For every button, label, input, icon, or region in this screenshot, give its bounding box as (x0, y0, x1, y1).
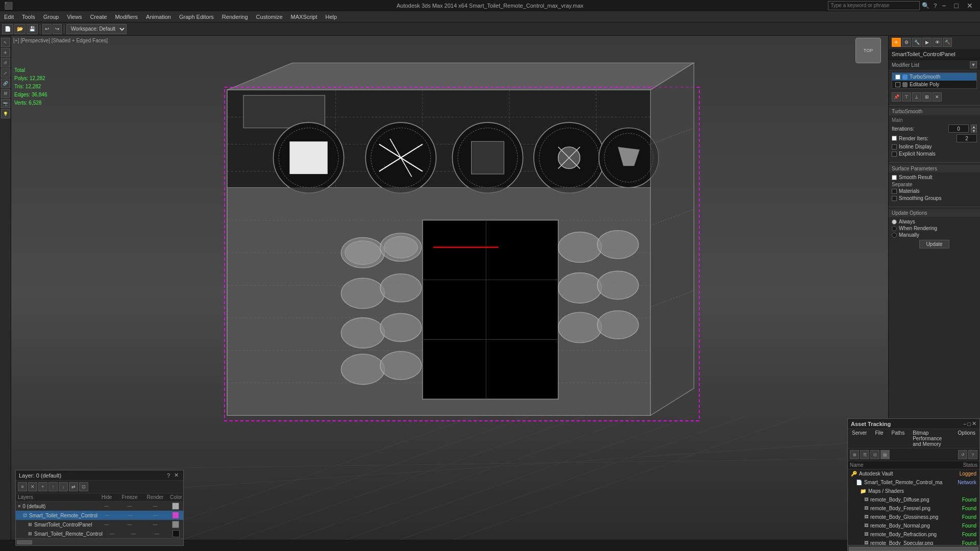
minimize-button[interactable]: − (939, 0, 949, 11)
rp-icon-modify[interactable]: ⚙ (902, 38, 911, 47)
menu-item-animation[interactable]: Animation (142, 11, 175, 22)
when-rendering-radio[interactable]: When Rendering (892, 226, 977, 231)
workspace-dropdown[interactable]: Workspace: Default (66, 24, 127, 34)
layer-render-smart-toilet-2[interactable]: — (145, 531, 169, 536)
asset-row-normal[interactable]: 🖼 remote_Body_Normal.png Found (848, 521, 979, 530)
make-unique-btn[interactable]: ⊞ (922, 92, 932, 102)
explicit-checkbox[interactable] (892, 152, 897, 157)
iterations-up[interactable]: ▲ (971, 124, 977, 129)
asset-row-specular[interactable]: 🖼 remote_Body_Specular.png Found (848, 539, 979, 545)
asset-menu-options[interactable]: Options (954, 429, 979, 448)
layers-help-btn[interactable]: ? (165, 472, 172, 479)
lt-select[interactable]: ↖ (1, 38, 10, 47)
close-button[interactable]: ✕ (964, 0, 976, 11)
lt-rotate[interactable]: ↺ (1, 58, 10, 67)
always-radio[interactable]: Always (892, 219, 977, 224)
search-input[interactable] (828, 1, 920, 10)
layers-tb-btn-3[interactable]: + (38, 482, 47, 491)
layers-tb-btn-6[interactable]: ⇄ (69, 482, 78, 491)
asset-row-diffuse[interactable]: 🖼 remote_Body_Diffuse.png Found (848, 495, 979, 504)
menu-item-graph-editors[interactable]: Graph Editors (175, 11, 218, 22)
menu-item-tools[interactable]: Tools (18, 11, 39, 22)
asset-tb-btn-2[interactable]: ☰ (860, 450, 869, 459)
menu-item-rendering[interactable]: Rendering (218, 11, 252, 22)
layer-row-smart-toilet[interactable]: ⊡ Smart_Toilet_Remote_Control — — — (16, 511, 183, 520)
layers-tb-btn-2[interactable]: ✕ (28, 482, 37, 491)
menu-item-customize[interactable]: Customize (252, 11, 287, 22)
layer-render-default[interactable]: — (142, 504, 168, 509)
asset-tb-btn-help[interactable]: ? (968, 450, 977, 459)
layer-hide-default[interactable]: — (96, 504, 117, 509)
asset-row-glossiness[interactable]: 🖼 remote_Body_Glossiness.png Found (848, 513, 979, 521)
layer-row-control-panel[interactable]: ⊞ SmartToilet_ControlPanel — — — (16, 520, 183, 529)
layers-tb-btn-4[interactable]: ↑ (48, 482, 58, 491)
search-icon[interactable]: 🔍 (922, 2, 929, 9)
asset-tb-btn-1[interactable]: ⊞ (850, 450, 859, 459)
layer-color-smart-toilet[interactable] (168, 512, 183, 519)
rp-icon-display[interactable]: 👁 (933, 38, 942, 47)
modifier-turbosmooth-checkbox[interactable] (895, 74, 900, 80)
help-icon[interactable]: ? (934, 3, 937, 9)
layers-tb-btn-5[interactable]: ↓ (59, 482, 68, 491)
lt-link[interactable]: 🔗 (1, 79, 10, 88)
asset-menu-file[interactable]: File (871, 429, 887, 448)
iterations-down[interactable]: ▼ (971, 129, 977, 133)
layer-hide-smart-toilet-2[interactable]: — (103, 531, 121, 536)
toolbar-redo[interactable]: ↪ (53, 24, 62, 34)
layers-close-btn[interactable]: ✕ (173, 472, 180, 479)
manually-radio[interactable]: Manually (892, 232, 977, 238)
rp-icon-motion[interactable]: ▶ (922, 38, 932, 47)
pin-stack-btn[interactable]: 📌 (892, 92, 901, 102)
update-options-title[interactable]: Update Options (889, 209, 980, 217)
asset-panel-scrollbar-h[interactable] (848, 545, 979, 551)
layer-row-default[interactable]: ≡ 0 (default) — — — (16, 502, 183, 511)
layer-render-smart-toilet[interactable]: — (143, 513, 168, 518)
lt-unlink[interactable]: ⛓ (1, 89, 10, 98)
asset-panel-restore[interactable]: □ (967, 420, 971, 427)
toolbar-open[interactable]: 📂 (14, 24, 26, 34)
layer-render-control-panel[interactable]: — (142, 522, 168, 527)
toolbar-save[interactable]: 💾 (27, 24, 38, 34)
layer-color-default[interactable] (168, 503, 183, 510)
menu-item-create[interactable]: Create (86, 11, 111, 22)
layers-tb-btn-7[interactable]: ⊡ (79, 482, 88, 491)
layer-freeze-default[interactable]: — (117, 504, 142, 509)
layer-hide-smart-toilet[interactable]: — (97, 513, 118, 518)
menu-item-help[interactable]: Help (322, 11, 341, 22)
modifier-editable-poly-checkbox[interactable] (895, 82, 900, 87)
modifier-turbosmooth[interactable]: TurboSmooth (892, 73, 976, 81)
modifier-editable-poly[interactable]: Editable Poly (892, 81, 976, 88)
orientation-gizmo[interactable]: TOP (855, 38, 886, 68)
layers-tb-btn-1[interactable]: ≡ (18, 482, 27, 491)
layer-color-smart-toilet-2[interactable] (169, 530, 183, 537)
toolbar-new[interactable]: 📄 (2, 24, 13, 34)
materials-checkbox[interactable] (892, 189, 897, 194)
lt-scale[interactable]: ⤢ (1, 68, 10, 78)
rp-icon-utilities[interactable]: 🔨 (943, 38, 952, 47)
asset-panel-close[interactable]: ✕ (972, 420, 976, 427)
layer-freeze-control-panel[interactable]: — (117, 522, 142, 527)
isoline-checkbox[interactable] (892, 144, 897, 149)
smooth-result-checkbox[interactable] (892, 175, 897, 180)
surface-params-title[interactable]: Surface Parameters (889, 165, 980, 172)
lt-camera[interactable]: 📷 (1, 99, 10, 108)
render-iters-checkbox[interactable] (892, 136, 897, 141)
lt-light[interactable]: 💡 (1, 109, 10, 118)
smoothing-groups-checkbox[interactable] (892, 196, 897, 201)
turbosmooth-section-title[interactable]: TurboSmooth (889, 108, 980, 115)
asset-row-refraction[interactable]: 🖼 remote_Body_Refraction.png Found (848, 530, 979, 539)
asset-tb-btn-refresh[interactable]: ↺ (958, 450, 967, 459)
toolbar-undo[interactable]: ↩ (42, 24, 52, 34)
layer-color-control-panel[interactable] (168, 521, 183, 528)
asset-row-max-file[interactable]: 📄 Smart_Toilet_Remote_Control_max_vray.m… (848, 478, 979, 487)
menu-item-modifiers[interactable]: Modifiers (111, 11, 142, 22)
update-button[interactable]: Update (919, 240, 949, 248)
asset-tb-btn-4[interactable]: ▤ (880, 450, 890, 459)
asset-row-maps[interactable]: 📁 Maps / Shaders (848, 487, 979, 495)
iterations-spinner[interactable] (948, 124, 969, 133)
asset-menu-bitmap[interactable]: Bitmap Performance and Memory (909, 429, 953, 448)
menu-item-maxscript[interactable]: MAXScript (287, 11, 322, 22)
remove-modifier-btn[interactable]: ✕ (933, 92, 942, 102)
show-end-btn[interactable]: ⊤ (902, 92, 911, 102)
render-iters-spinner[interactable] (957, 134, 977, 142)
